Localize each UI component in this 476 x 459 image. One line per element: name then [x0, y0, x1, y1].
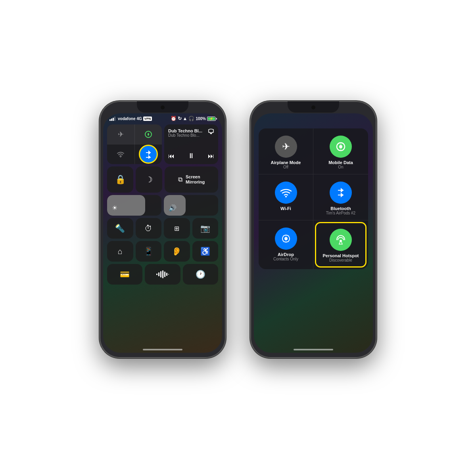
forward-btn[interactable]: ⏭	[208, 153, 214, 160]
net-row-2: Wi-Fi Bluetooth Tim's AirPods #2	[259, 174, 368, 220]
mobile-data-sublabel: On	[338, 165, 343, 169]
svg-rect-8	[168, 274, 169, 275]
bluetooth-item[interactable]: Bluetooth Tim's AirPods #2	[313, 174, 368, 220]
airplay-icon[interactable]	[208, 128, 214, 136]
airplane-btn[interactable]: ✈	[107, 124, 134, 144]
np-controls: ⏮ ⏸ ⏭	[168, 152, 214, 160]
bluetooth-circle	[139, 145, 158, 164]
status-bar-2	[254, 113, 373, 117]
do-not-disturb-btn[interactable]: ☽	[136, 166, 162, 193]
cc-top-row: ✈	[107, 124, 218, 164]
net-row-1: ✈ Airplane Mode Off Mobile Data On	[259, 128, 368, 174]
mobile-data-item[interactable]: Mobile Data On	[313, 128, 368, 174]
svg-rect-4	[160, 271, 161, 277]
brightness-slider[interactable]: ☀	[107, 195, 161, 216]
pause-btn[interactable]: ⏸	[188, 152, 195, 160]
airdrop-item[interactable]: AirDrop Contacts Only	[259, 220, 313, 269]
hotspot-sublabel: Discoverable	[329, 258, 352, 262]
network-label: 4G	[136, 117, 142, 121]
phone-2: ✈ Airplane Mode Off Mobile Data On	[250, 101, 377, 358]
signal-bars	[109, 117, 115, 121]
vpn-badge: VPN	[143, 117, 152, 121]
connectivity-block[interactable]: ✈	[107, 124, 162, 164]
phone-2-screen: ✈ Airplane Mode Off Mobile Data On	[254, 113, 373, 353]
np-title: Dub Techno Bl...	[168, 128, 202, 133]
voice-memos-btn[interactable]	[145, 264, 180, 285]
screen-mirror-label: ScreenMirroring	[186, 174, 205, 185]
svg-point-11	[285, 196, 287, 197]
clock-btn[interactable]: 🕐	[183, 264, 218, 285]
airplane-mode-item[interactable]: ✈ Airplane Mode Off	[259, 128, 313, 174]
v-divider	[134, 124, 135, 164]
small-buttons-row3: 💳 🕐	[107, 264, 218, 285]
np-info: Dub Techno Bl... Dub Techno Blo...	[168, 128, 202, 138]
flashlight-btn[interactable]: 🔦	[107, 218, 133, 239]
airdrop-label: AirDrop	[278, 252, 294, 257]
airdrop-circle	[275, 228, 297, 250]
np-top: Dub Techno Bl... Dub Techno Blo...	[168, 128, 214, 138]
screen-mirror-icon: ⧉	[178, 176, 182, 183]
bluetooth-btn-highlight[interactable]	[134, 144, 162, 164]
volume-slider[interactable]: 🔊	[164, 195, 218, 216]
rewind-btn[interactable]: ⏮	[168, 153, 175, 160]
wifi-item[interactable]: Wi-Fi	[259, 174, 313, 220]
mobile-data-circle	[330, 136, 352, 158]
bluetooth-label: Bluetooth	[330, 206, 351, 211]
battery-pct-label: 100%	[196, 117, 206, 121]
wallet-btn[interactable]: 💳	[107, 264, 142, 285]
hearing-btn[interactable]: 👂	[164, 241, 190, 262]
airplane-mode-sublabel: Off	[283, 165, 288, 169]
home-icon: ⌂	[118, 247, 123, 256]
lock-rotation-btn[interactable]: 🔒	[107, 166, 133, 193]
home-indicator-2[interactable]	[294, 349, 333, 350]
headphone-icon: 🎧	[188, 116, 194, 121]
brightness-icon: ☀	[112, 204, 117, 212]
svg-point-16	[340, 240, 342, 242]
phone-1-screen: vodafone 4G VPN ⏰ ↻ ▲ 🎧 100% ⚡	[103, 113, 222, 353]
svg-point-1	[120, 157, 121, 158]
ear-icon: 👂	[172, 247, 182, 256]
wallet-icon: 💳	[120, 270, 130, 279]
calculator-btn[interactable]: ⊞	[164, 218, 190, 239]
alarm-icon: ⏰	[171, 116, 177, 121]
wifi-btn[interactable]	[107, 144, 134, 164]
now-playing-block[interactable]: Dub Techno Bl... Dub Techno Blo... ⏮ ⏸ ⏭	[164, 124, 218, 164]
net-row-3: AirDrop Contacts Only	[259, 220, 368, 269]
airdrop-sublabel: Contacts Only	[273, 257, 298, 261]
waveform-icon	[156, 270, 169, 278]
battery-bolt-icon: ⚡	[209, 117, 213, 120]
mobile-data-btn[interactable]	[134, 124, 162, 144]
svg-rect-5	[162, 270, 163, 278]
sliders-row: ☀ 🔊	[107, 195, 218, 216]
svg-rect-6	[164, 272, 165, 277]
home-indicator[interactable]	[143, 349, 182, 350]
carrier-label: vodafone	[118, 117, 135, 121]
camera-btn[interactable]: 📷	[192, 218, 219, 239]
hotspot-circle	[330, 229, 352, 251]
remote-btn[interactable]: 📱	[136, 241, 162, 262]
home-btn[interactable]: ⌂	[107, 241, 133, 262]
hotspot-item-highlighted[interactable]: Personal Hotspot Discoverable	[315, 222, 367, 268]
svg-rect-2	[156, 273, 157, 275]
network-panel: ✈ Airplane Mode Off Mobile Data On	[259, 128, 368, 269]
battery-fill: ⚡	[208, 117, 215, 120]
phone-1: vodafone 4G VPN ⏰ ↻ ▲ 🎧 100% ⚡	[99, 101, 226, 358]
airplane-mode-label: Airplane Mode	[271, 160, 301, 165]
svg-rect-7	[166, 273, 167, 276]
location-icon: ▲	[183, 116, 188, 121]
svg-rect-3	[158, 272, 159, 276]
accessibility-btn[interactable]: ♿	[192, 241, 219, 262]
small-buttons-row1: 🔦 ⏱ ⊞ 📷	[107, 218, 218, 239]
np-subtitle: Dub Techno Blo...	[168, 133, 202, 138]
remote-icon: 📱	[144, 247, 154, 256]
wifi-label: Wi-Fi	[280, 206, 291, 211]
torch-icon: 🔦	[115, 224, 125, 233]
status-bar-1: vodafone 4G VPN ⏰ ↻ ▲ 🎧 100% ⚡	[103, 113, 222, 122]
screen-mirroring-btn[interactable]: ⧉ ScreenMirroring	[165, 166, 218, 193]
timer-btn[interactable]: ⏱	[136, 218, 162, 239]
bluetooth-sublabel: Tim's AirPods #2	[326, 211, 355, 215]
bluetooth-circle	[330, 182, 352, 204]
clock-icon: 🕐	[196, 270, 205, 279]
lock-rotation-icon: 🔒	[115, 174, 126, 185]
moon-icon: ☽	[146, 175, 153, 184]
